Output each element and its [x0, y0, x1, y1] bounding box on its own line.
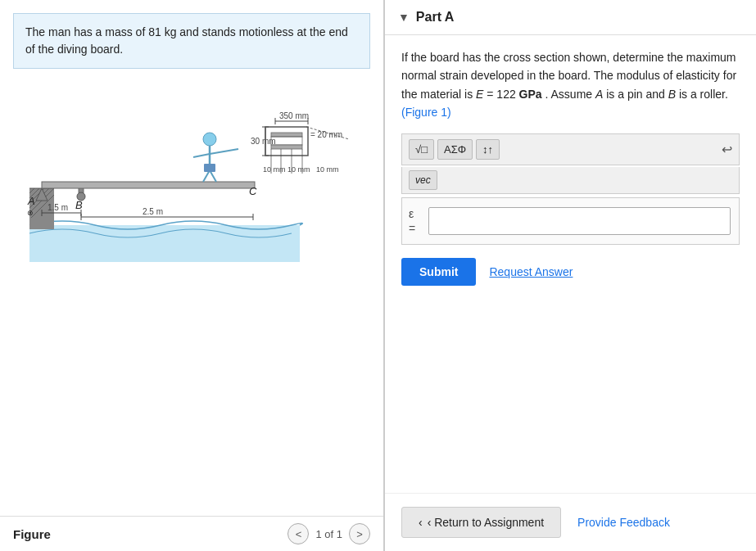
figure-ref-link[interactable]: (Figure 1): [401, 106, 451, 119]
svg-text:C: C: [249, 185, 257, 197]
action-row: Submit Request Answer: [401, 258, 740, 286]
toolbar-undo-button[interactable]: ↩: [722, 142, 732, 157]
figure-next-button[interactable]: >: [349, 523, 370, 544]
return-arrow-icon: ‹: [419, 516, 423, 529]
svg-rect-45: [271, 145, 302, 149]
request-answer-button[interactable]: Request Answer: [489, 265, 573, 278]
problem-text: The man has a mass of 81 kg and stands m…: [25, 25, 348, 56]
part-content: If the board has the cross section shown…: [385, 35, 756, 318]
figure-prev-button[interactable]: <: [287, 523, 309, 544]
svg-point-25: [203, 133, 216, 146]
toolbar-vec-button[interactable]: vec: [409, 170, 437, 190]
figure-nav: < 1 of 1 >: [287, 523, 370, 544]
figure-area: A ⊗ B C 1.5 m 2.5 m: [0, 82, 383, 516]
left-panel: The man has a mass of 81 kg and stands m…: [0, 0, 385, 551]
expression-symbol: ε=: [409, 206, 422, 236]
toolbar-arrows-button[interactable]: ↕↑: [476, 139, 500, 160]
svg-text:30 mm: 30 mm: [251, 137, 276, 146]
part-title: Part A: [416, 10, 455, 25]
svg-rect-31: [204, 164, 215, 172]
return-label: ‹ Return to Assignment: [428, 516, 544, 529]
figure-nav-text: 1 of 1: [315, 528, 342, 540]
toolbar-greek-button[interactable]: ΑΣΦ: [437, 139, 473, 160]
svg-text:2.5 m: 2.5 m: [143, 207, 163, 216]
svg-text:A: A: [27, 195, 35, 207]
svg-text:10 mm: 10 mm: [316, 165, 339, 174]
toolbar-sqrt-button[interactable]: √□: [409, 139, 434, 160]
svg-line-30: [210, 170, 216, 182]
svg-rect-0: [29, 225, 300, 262]
figure-label-row: Figure < 1 of 1 >: [0, 516, 383, 551]
bottom-nav: ‹ ‹ Return to Assignment Provide Feedbac…: [385, 493, 756, 551]
svg-line-29: [203, 170, 210, 182]
answer-toolbar: √□ ΑΣΦ ↕↑ ↩: [401, 133, 740, 165]
svg-text:B: B: [75, 199, 83, 211]
svg-text:⊗: ⊗: [27, 209, 34, 217]
expression-area: ε=: [401, 197, 740, 245]
expression-row: ε=: [409, 206, 731, 236]
svg-line-27: [210, 149, 238, 154]
figure-label: Figure: [13, 527, 51, 541]
part-header: ▼ Part A: [385, 0, 756, 35]
svg-text:350 mm: 350 mm: [279, 111, 309, 120]
svg-rect-15: [42, 182, 255, 188]
figure-drawing: A ⊗ B C 1.5 m 2.5 m: [13, 82, 370, 262]
diagram-svg: A ⊗ B C 1.5 m 2.5 m: [13, 82, 357, 262]
collapse-arrow[interactable]: ▼: [398, 11, 410, 24]
problem-statement: The man has a mass of 81 kg and stands m…: [13, 13, 370, 69]
provide-feedback-button[interactable]: Provide Feedback: [577, 516, 670, 529]
svg-text:1.5 m: 1.5 m: [48, 203, 68, 212]
svg-rect-44: [271, 137, 302, 145]
submit-button[interactable]: Submit: [401, 258, 476, 286]
svg-text:= 20 mm: = 20 mm: [310, 130, 342, 139]
return-to-assignment-button[interactable]: ‹ ‹ Return to Assignment: [401, 507, 561, 538]
question-text: If the board has the cross section shown…: [401, 48, 740, 122]
right-panel: ▼ Part A If the board has the cross sect…: [385, 0, 756, 551]
svg-rect-43: [271, 133, 302, 137]
svg-line-28: [193, 154, 210, 157]
expression-input[interactable]: [428, 207, 731, 235]
svg-text:10 mm 10 mm: 10 mm 10 mm: [263, 165, 310, 174]
